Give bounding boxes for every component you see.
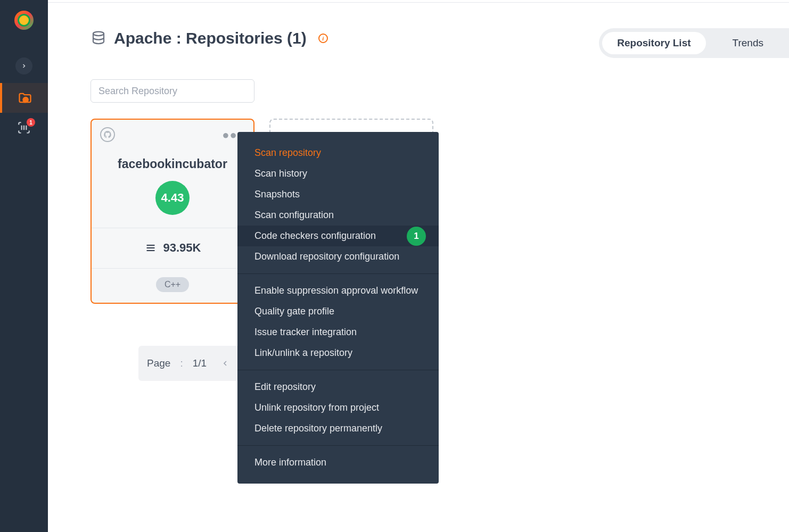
menu-code-checkers-label: Code checkers configuration [254,230,376,241]
github-icon [100,127,115,142]
menu-snapshots[interactable]: Snapshots [237,184,439,205]
repository-card[interactable]: ●●● facebookincubator 4.43 93.95K C++ [91,119,254,304]
search-input[interactable] [91,79,254,103]
menu-code-checkers-configuration[interactable]: Code checkers configuration 1 [237,226,439,246]
page-title: Apache : Repositories (1) [114,29,307,47]
sidebar-expand-button[interactable] [0,51,48,81]
repository-loc: 93.95K [163,241,201,255]
info-icon[interactable]: i [318,34,328,43]
menu-issue-tracker[interactable]: Issue tracker integration [237,322,439,343]
page-header: Apache : Repositories (1) i Repository L… [48,3,789,47]
database-icon [91,30,106,46]
menu-badge: 1 [407,227,426,246]
pagination-count: 1/1 [193,358,207,369]
tab-trends[interactable]: Trends [706,32,778,54]
menu-scan-history[interactable]: Scan history [237,163,439,184]
menu-edit-repository[interactable]: Edit repository [237,377,439,397]
lines-icon [144,243,157,253]
menu-more-information[interactable]: More information [237,452,439,473]
svg-text:P: P [24,98,27,103]
repository-context-menu: Scan repository Scan history Snapshots S… [237,132,439,484]
pagination-label: Page [147,358,170,369]
language-badge: C++ [156,277,189,292]
folder-p-icon: P [18,90,32,105]
sidebar-scan-badge: 1 [27,118,35,127]
sidebar-item-projects[interactable]: P [0,83,48,113]
menu-download-configuration[interactable]: Download repository configuration [237,246,439,267]
menu-delete-repository[interactable]: Delete repository permanently [237,418,439,439]
tab-repository-list[interactable]: Repository List [602,32,705,54]
menu-scan-configuration[interactable]: Scan configuration [237,205,439,226]
menu-unlink-repository[interactable]: Unlink repository from project [237,397,439,418]
pagination-colon: : [180,358,183,369]
svg-point-2 [93,32,104,36]
repository-name: facebookincubator [92,157,253,171]
sidebar: P 1 [0,0,48,532]
menu-quality-gate[interactable]: Quality gate profile [237,301,439,322]
sidebar-item-scans[interactable]: 1 [0,113,48,143]
app-logo-icon[interactable] [14,11,34,30]
menu-enable-suppression[interactable]: Enable suppression approval workflow [237,280,439,301]
view-tabs: Repository List Trends [599,28,789,58]
menu-link-unlink[interactable]: Link/unlink a repository [237,343,439,363]
pagination-prev-button[interactable] [216,354,234,372]
repository-score: 4.43 [155,181,190,215]
chevron-right-icon [21,63,27,69]
chevron-left-icon [221,359,229,368]
menu-scan-repository[interactable]: Scan repository [237,143,439,163]
